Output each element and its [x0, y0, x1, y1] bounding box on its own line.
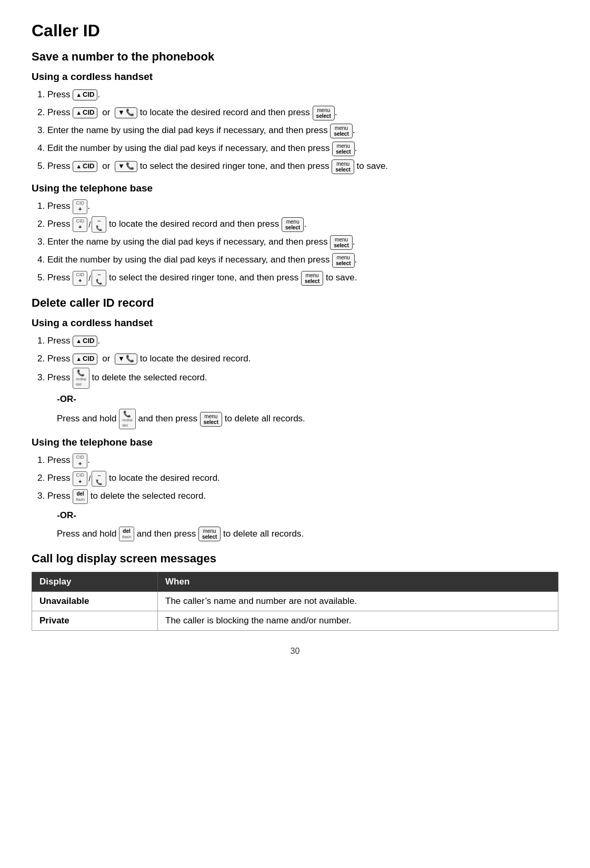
nav-down-key-2: ▼ 📞 [115, 161, 137, 172]
select-label-6: select [334, 243, 348, 248]
menu-select-key-10: menu select [198, 527, 221, 541]
menu-select-key-4: menu select [332, 159, 354, 174]
base-cid-inner-3: CID + [73, 471, 87, 486]
list-item: Press del flash to delete the selected r… [47, 487, 558, 505]
menu-select-key-7: menu select [332, 253, 354, 268]
slash-2: / [88, 270, 91, 286]
nav-down-arrow-2: ▼ [118, 162, 125, 171]
redial-del-key-2: 📞 redialdel [119, 409, 136, 430]
page-number: 30 [32, 647, 558, 656]
slash-1: / [88, 217, 91, 233]
del-flash-key-2: del flash [119, 527, 134, 541]
table-row: Unavailable The caller’s name and number… [32, 592, 558, 611]
base-plus-2: + [78, 460, 82, 467]
nav-down-arrow-3: ▼ [118, 355, 125, 364]
base-cid-key-2: CID + [73, 453, 87, 468]
telephone-base-delete-list: Press CID + . Press CID + / − 📞 to locat… [47, 451, 558, 505]
list-item: Edit the number by using the dial pad ke… [47, 139, 558, 157]
list-item: Press ▲ CID or ▼ 📞 to select the desired… [47, 157, 558, 175]
select-label-3: select [336, 149, 351, 155]
base-cid-text-1: CID [76, 200, 84, 206]
base-nav-key-3: CID + / − 📞 [73, 471, 106, 487]
menu-label-10: menu [203, 528, 216, 534]
or-label-1: -OR- [57, 391, 558, 408]
table-header-when: When [158, 572, 558, 592]
list-item: Press 📞 redialdel to delete the selected… [47, 368, 558, 389]
cid-key-label-5: CID [83, 355, 94, 364]
arrow-up-icon-3: ▲ [76, 163, 82, 170]
flash-label-2: flash [122, 534, 131, 540]
select-label-5: select [285, 225, 300, 230]
base-plus-inner-3: + [78, 478, 82, 485]
section-calllog-heading: Call log display screen messages [32, 552, 558, 566]
select-label-9: select [204, 419, 218, 425]
base-plus-inner-1: + [78, 224, 82, 230]
arrow-up-icon-5: ▲ [76, 355, 82, 362]
select-label-2: select [334, 131, 348, 137]
calllog-table: Display When Unavailable The caller’s na… [32, 572, 558, 631]
or-text-desc-2: Press and hold del flash and then press … [57, 526, 558, 542]
del-label-1: del [76, 491, 84, 497]
base-cid-text-2: CID [76, 455, 84, 460]
arrow-up-icon-4: ▲ [76, 337, 82, 345]
base-plus-1: + [78, 206, 82, 213]
telephone-base-save-list: Press CID + . Press CID + / − 📞 to locat… [47, 197, 558, 287]
base-minus-key-1: − 📞 [92, 216, 106, 232]
page-title: Caller ID [32, 21, 558, 41]
select-label: select [316, 113, 331, 119]
cid-key-label-3: CID [83, 162, 94, 171]
menu-label-5: menu [286, 219, 299, 225]
menu-label-3: menu [337, 143, 350, 149]
base-plus-inner-2: + [78, 277, 82, 284]
base-cid-inner-2: CID + [73, 271, 87, 286]
menu-select-key-1: menu select [313, 106, 335, 120]
or-label-2: -OR- [57, 507, 558, 524]
when-value-unavailable: The caller’s name and number are not ava… [158, 592, 558, 611]
list-item: Edit the number by using the dial pad ke… [47, 251, 558, 269]
nav-down-arrow: ▼ [118, 108, 125, 117]
menu-select-key-6: menu select [330, 235, 352, 250]
list-item: Press ▲ CID . [47, 86, 558, 104]
menu-label: menu [317, 107, 330, 113]
menu-select-key-2: menu select [330, 124, 352, 138]
or-block-1: -OR- Press and hold 📞 redialdel and then… [57, 391, 558, 430]
base-cid-inner-text-3: CID [76, 472, 84, 478]
list-item: Press CID + . [47, 197, 558, 215]
or-text-2: or [102, 161, 110, 171]
base-cid-inner-text-2: CID [76, 272, 84, 278]
menu-label-4: menu [336, 161, 349, 167]
list-item: Press ▲ CID or ▼ 📞 to locate the desired… [47, 350, 558, 368]
or-text-1: or [102, 107, 110, 117]
menu-select-key-8: menu select [301, 271, 323, 286]
nav-icon-2: 📞 [96, 279, 102, 285]
display-value-unavailable: Unavailable [32, 592, 158, 611]
list-item: Enter the name by using the dial pad key… [47, 233, 558, 251]
nav-down-key-3: ▼ 📞 [115, 354, 137, 365]
list-item: Press ▲ CID . [47, 332, 558, 350]
select-label-8: select [305, 278, 319, 284]
menu-select-key-3: menu select [332, 142, 354, 156]
cid-key-label: CID [83, 90, 94, 99]
or-text-3: or [102, 354, 110, 364]
base-minus-key-2: − 📞 [92, 270, 106, 286]
del-flash-key-1: del flash [73, 489, 88, 504]
menu-label-7: menu [337, 255, 350, 260]
display-value-private: Private [32, 611, 158, 631]
cid-up-key-4: ▲ CID [73, 336, 97, 347]
table-header-display: Display [32, 572, 158, 592]
cid-up-key-5: ▲ CID [73, 354, 97, 365]
cid-key-label-2: CID [83, 108, 94, 117]
list-item: Press ▲ CID or ▼ 📞 to locate the desired… [47, 104, 558, 122]
cordless-handset-save-list: Press ▲ CID . Press ▲ CID or ▼ 📞 to loca… [47, 86, 558, 175]
when-value-private: The caller is blocking the name and/or n… [158, 611, 558, 631]
base-nav-key-2: CID + / − 📞 [73, 270, 106, 286]
select-label-7: select [336, 260, 351, 266]
list-item: Press CID + / − 📞 to locate the desired … [47, 469, 558, 487]
redial-del-label: redialdel [76, 377, 86, 387]
or-text-desc-1: Press and hold 📞 redialdel and then pres… [57, 409, 558, 430]
menu-label-9: menu [204, 413, 217, 419]
nav-phone-icon-3: 📞 [126, 355, 134, 364]
nav-icon-3: 📞 [96, 479, 102, 486]
menu-select-key-5: menu select [282, 217, 304, 232]
nav-phone-icon: 📞 [126, 108, 134, 117]
